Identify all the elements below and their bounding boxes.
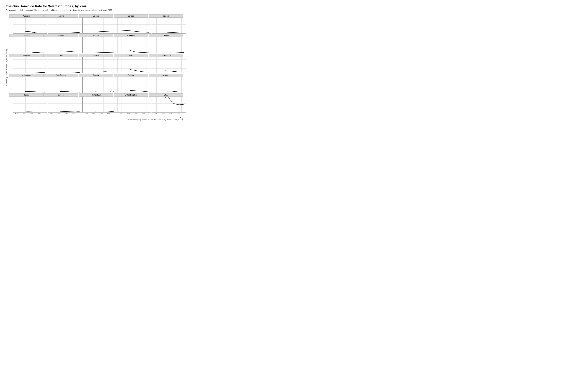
cell-slovakia: Slovakia0246 <box>148 73 183 93</box>
x-tick-2010: 2010 <box>177 112 180 114</box>
country-label-iceland: Iceland <box>44 54 78 57</box>
x-tick-1980: 1980 <box>15 112 18 114</box>
sparkline-france <box>83 37 117 53</box>
cell-france: France0246 <box>79 34 114 54</box>
x-tick-2010: 2010 <box>72 112 75 114</box>
sparkline-greece <box>152 37 186 53</box>
country-label-sweden: Sweden <box>44 93 78 97</box>
y-axis-label: Homicide by Firearm Rate (per 100,000 po… <box>6 49 8 86</box>
sparkline-denmark <box>13 37 47 53</box>
x-tick-1980: 1980 <box>85 112 88 114</box>
cell-germany: Germany0246 <box>114 34 149 54</box>
sparkline-united-kingdom <box>118 97 152 112</box>
cell-ireland: Ireland0246 <box>79 54 114 73</box>
country-label-switzerland: Switzerland <box>79 93 113 97</box>
sparkline-germany <box>118 37 152 53</box>
country-label-czechia: Czechia <box>149 14 183 18</box>
country-label-hungary: Hungary <box>9 54 44 57</box>
cell-usa: USA02461980199020002010 <box>148 93 183 115</box>
country-label-new-zealand: New Zealand <box>44 74 78 77</box>
country-label-luxembourg: Luxembourg <box>149 54 183 57</box>
country-label-slovakia: Slovakia <box>149 74 183 77</box>
x-tick-1990: 1990 <box>162 112 165 114</box>
x-tick-2000: 2000 <box>100 112 103 114</box>
cell-australia: Australia0246 <box>9 14 44 34</box>
x-tick-2000: 2000 <box>65 112 68 114</box>
sparkline-sweden <box>48 97 82 112</box>
cell-netherlands: Netherlands0246 <box>9 73 44 93</box>
sparkline-canada <box>118 18 152 33</box>
x-tick-2010: 2010 <box>107 112 110 114</box>
x-tick-1980: 1980 <box>120 112 122 114</box>
sparkline-new-zealand <box>48 77 82 93</box>
sparkline-belgium <box>83 18 117 33</box>
sparkline-slovakia <box>152 77 186 93</box>
x-tick-1990: 1990 <box>58 112 60 114</box>
sparkline-austria <box>48 18 82 33</box>
cell-sweden: Sweden02461980199020002010 <box>44 93 79 115</box>
cell-czechia: Czechia0246 <box>148 14 183 34</box>
country-label-spain: Spain <box>9 93 44 97</box>
country-label-united-kingdom: United Kingdom <box>114 93 148 97</box>
sparkline-finland <box>48 37 82 53</box>
country-label-netherlands: Netherlands <box>9 74 44 77</box>
cell-luxembourg: Luxembourg0246 <box>148 54 183 73</box>
cell-belgium: Belgium0246 <box>79 14 114 34</box>
sparkline-netherlands <box>13 77 47 93</box>
country-label-italy: Italy <box>114 54 148 57</box>
cell-canada: Canada0246 <box>114 14 149 34</box>
country-label-canada: Canada <box>114 14 148 18</box>
sparkline-spain <box>13 97 47 112</box>
sparkline-portugal <box>118 77 152 93</box>
sparkline-iceland <box>48 57 82 73</box>
cell-italy: Italy0246 <box>114 54 149 73</box>
cell-norway: Norway0246 <box>79 73 114 93</box>
sparkline-norway <box>83 77 117 93</box>
cell-hungary: Hungary0246 <box>9 54 44 73</box>
chart-grid: Australia0246Austria0246Belgium0246Canad… <box>9 14 183 115</box>
x-tick-2000: 2000 <box>30 112 33 114</box>
x-tick-1990: 1990 <box>92 112 95 114</box>
country-label-germany: Germany <box>114 34 148 37</box>
sparkline-czechia <box>152 18 186 33</box>
x-tick-1980: 1980 <box>154 112 157 114</box>
cell-finland: Finland0246 <box>44 34 79 54</box>
x-tick-2000: 2000 <box>169 112 172 114</box>
country-label-belgium: Belgium <box>79 14 113 18</box>
sparkline-usa <box>152 97 186 112</box>
chart-subtitle: Some countries (Italy, prominently) have… <box>6 9 183 11</box>
cell-united-kingdom: United Kingdom02461980199020002010 <box>114 93 149 115</box>
cell-switzerland: Switzerland02461980199020002010 <box>79 93 114 115</box>
cell-portugal: Portugal0246 <box>114 73 149 93</box>
country-label-portugal: Portugal <box>114 74 148 77</box>
cell-new-zealand: New Zealand0246 <box>44 73 79 93</box>
country-label-finland: Finland <box>44 34 78 37</box>
x-tick-1990: 1990 <box>127 112 130 114</box>
country-label-usa: USA <box>149 93 183 97</box>
cell-iceland: Iceland0246 <box>44 54 79 73</box>
country-label-norway: Norway <box>79 74 113 77</box>
country-label-france: France <box>79 34 113 37</box>
cell-greece: Greece0246 <box>148 34 183 54</box>
cell-spain: Spain02461980199020002010 <box>9 93 44 115</box>
x-tick-1980: 1980 <box>50 112 53 114</box>
source-label: Data: GunPolicy.org, through various oth… <box>127 119 183 121</box>
country-label-austria: Austria <box>44 14 78 18</box>
sparkline-italy <box>118 57 152 73</box>
x-tick-1990: 1990 <box>23 112 25 114</box>
country-label-greece: Greece <box>149 34 183 37</box>
x-tick-2000: 2000 <box>135 112 137 114</box>
sparkline-australia <box>13 18 47 33</box>
country-label-ireland: Ireland <box>79 54 113 57</box>
sparkline-switzerland <box>83 97 117 112</box>
cell-austria: Austria0246 <box>44 14 79 34</box>
country-label-australia: Australia <box>9 14 44 18</box>
sparkline-hungary <box>13 57 47 73</box>
x-tick-2010: 2010 <box>38 112 41 114</box>
chart-title: The Gun Homicide Rate for Select Countri… <box>6 4 183 8</box>
sparkline-ireland <box>83 57 117 73</box>
x-tick-2010: 2010 <box>142 112 145 114</box>
country-label-denmark: Denmark <box>9 34 44 37</box>
cell-denmark: Denmark0246 <box>9 34 44 54</box>
x-axis-label: Year <box>180 117 183 119</box>
